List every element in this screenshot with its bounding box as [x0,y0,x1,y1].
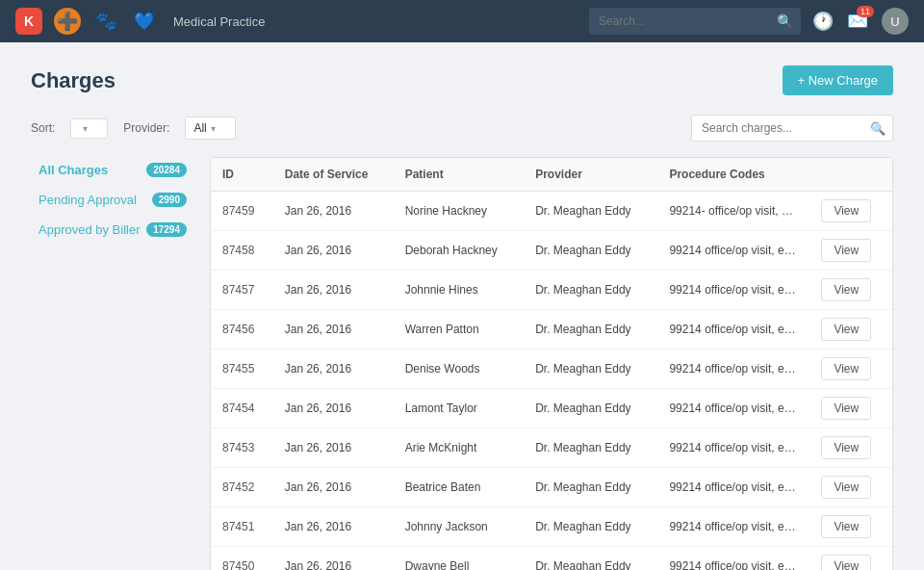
row-provider: Dr. Meaghan Eddy [524,389,657,428]
table-row: 87457 Jan 26, 2016 Johnnie Hines Dr. Mea… [211,271,892,310]
row-id: 87457 [211,271,273,310]
col-header-3: Provider [524,158,657,192]
table-row: 87458 Jan 26, 2016 Deborah Hackney Dr. M… [211,231,892,271]
row-codes: 99214 office/op visit, est pt, 2 ... [657,350,809,389]
row-codes: 99214 office/op visit, est pt, 2 ... [657,271,809,310]
view-button[interactable]: View [821,239,871,262]
row-date: Jan 26, 2016 [273,547,394,571]
view-button[interactable]: View [821,318,871,341]
row-date: Jan 26, 2016 [273,271,394,310]
global-search-input[interactable] [589,8,801,35]
view-button[interactable]: View [821,476,871,499]
app-title: Medical Practice [173,14,265,29]
row-action: View [809,192,892,231]
nav-icon-plus[interactable]: ➕ [54,8,81,35]
row-patient: Beatrice Baten [394,468,524,507]
view-button[interactable]: View [821,515,871,538]
table-row: 87453 Jan 26, 2016 Arie McKnight Dr. Mea… [211,428,892,468]
row-provider: Dr. Meaghan Eddy [524,468,657,507]
row-patient: Dwayne Bell [394,547,524,571]
row-codes: 99214 office/op visit, est pt, 2 ... [657,468,809,507]
provider-dropdown[interactable]: All ▾ [185,117,235,140]
user-avatar[interactable]: U [882,8,909,35]
row-provider: Dr. Meaghan Eddy [524,271,657,310]
row-patient: Norine Hackney [394,192,524,231]
sidebar-item-2[interactable]: Approved by Biller 17294 [31,217,194,243]
row-id: 87453 [211,428,273,468]
plus-icon: ➕ [57,11,78,32]
row-id: 87456 [211,310,273,350]
row-id: 87451 [211,507,273,547]
sidebar-item-badge: 20284 [146,163,187,177]
provider-label: Provider: [123,121,169,135]
filters-row: Sort: ▾ Provider: All ▾ 🔍 [31,115,893,142]
provider-dropdown-arrow: ▾ [211,123,216,134]
view-button[interactable]: View [821,199,871,222]
top-nav: K ➕ 🐾 💙 Medical Practice 🔍 🕐 ✉️ 11 U [0,0,924,42]
row-provider: Dr. Meaghan Eddy [524,547,657,571]
app-logo[interactable]: K [15,8,42,35]
row-patient: Arie McKnight [394,428,524,468]
sidebar-item-1[interactable]: Pending Approval 2990 [31,187,194,213]
charges-search-input[interactable] [691,115,893,142]
view-button[interactable]: View [821,555,871,570]
history-icon-btn[interactable]: 🕐 [812,11,834,32]
row-patient: Deborah Hackney [394,231,524,271]
provider-value: All [193,121,206,135]
row-provider: Dr. Meaghan Eddy [524,350,657,389]
row-patient: Johnny Jackson [394,507,524,547]
row-provider: Dr. Meaghan Eddy [524,507,657,547]
table-header-row: IDDate of ServicePatientProviderProcedur… [211,158,892,192]
row-codes: 99214 office/op visit, est pt, 2 ... [657,231,809,271]
row-action: View [809,468,892,507]
sidebar: All Charges 20284 Pending Approval 2990 … [31,157,194,243]
row-action: View [809,507,892,547]
row-id: 87450 [211,547,273,571]
view-button[interactable]: View [821,397,871,420]
col-header-4: Procedure Codes [657,158,809,192]
sidebar-item-label: Pending Approval [38,193,137,207]
heart-icon: 💙 [134,11,155,32]
sidebar-item-0[interactable]: All Charges 20284 [31,157,194,183]
row-date: Jan 26, 2016 [273,468,394,507]
row-codes: 99214 office/op visit, est pt, 2 ... [657,507,809,547]
row-action: View [809,547,892,571]
view-button[interactable]: View [821,436,871,459]
notifications-btn[interactable]: ✉️ 11 [847,11,868,32]
table-row: 87459 Jan 26, 2016 Norine Hackney Dr. Me… [211,192,892,231]
sidebar-item-badge: 2990 [152,193,187,207]
nav-icon-paw[interactable]: 🐾 [92,8,119,35]
row-action: View [809,231,892,271]
paw-icon: 🐾 [95,11,116,32]
table-row: 87450 Jan 26, 2016 Dwayne Bell Dr. Meagh… [211,547,892,571]
row-codes: 99214- office/op visit, est pt, 2 ... [657,192,809,231]
row-action: View [809,428,892,468]
new-charge-button[interactable]: + New Charge [783,65,893,95]
notification-badge: 11 [857,6,874,17]
col-header-1: Date of Service [273,158,394,192]
row-provider: Dr. Meaghan Eddy [524,231,657,271]
history-icon: 🕐 [812,12,834,31]
nav-icon-heart[interactable]: 💙 [131,8,158,35]
global-search-wrap: 🔍 [589,8,801,35]
row-date: Jan 26, 2016 [273,310,394,350]
view-button[interactable]: View [821,357,871,380]
sort-dropdown[interactable]: ▾ [70,118,108,139]
row-action: View [809,310,892,350]
row-date: Jan 26, 2016 [273,507,394,547]
global-search-icon: 🔍 [777,13,793,29]
view-button[interactable]: View [821,278,871,301]
col-header-5 [809,158,892,192]
sidebar-item-label: Approved by Biller [38,222,141,237]
row-codes: 99214 office/op visit, est pt, 2 ... [657,428,809,468]
row-provider: Dr. Meaghan Eddy [524,310,657,350]
row-provider: Dr. Meaghan Eddy [524,428,657,468]
topnav-right: 🕐 ✉️ 11 U [812,8,909,35]
row-patient: Denise Woods [394,350,524,389]
main-content: Charges + New Charge Sort: ▾ Provider: A… [0,42,924,570]
row-date: Jan 26, 2016 [273,192,394,231]
table-row: 87454 Jan 26, 2016 Lamont Taylor Dr. Mea… [211,389,892,428]
row-id: 87452 [211,468,273,507]
row-action: View [809,271,892,310]
row-id: 87455 [211,350,273,389]
